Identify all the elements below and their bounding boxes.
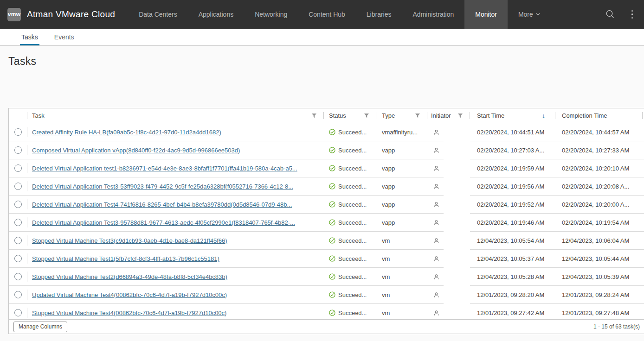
user-icon — [433, 129, 439, 135]
status-cell: Succeed... — [324, 123, 376, 141]
initiator-cell — [427, 141, 444, 159]
status-label: Succeed... — [338, 201, 367, 208]
header-status[interactable]: Status — [324, 108, 376, 123]
status-cell: Succeed... — [324, 304, 376, 319]
task-link[interactable]: Stopped Virtual Machine Test2(d66894a3-4… — [32, 273, 227, 280]
type-cell: vapp — [376, 196, 427, 214]
status-label: Succeed... — [338, 309, 367, 316]
task-cell: Updated Virtual Machine Test4(00862bfc-7… — [27, 286, 324, 304]
row-radio-button[interactable] — [14, 273, 22, 280]
row-select-cell — [9, 214, 27, 232]
start-time-cell: 02/20/2024, 10:27:03 A... — [470, 141, 555, 159]
task-cell: Stopped Virtual Machine Test4(00862bfc-7… — [27, 304, 324, 319]
sub-tab-bar: Tasks Events — [0, 29, 644, 46]
completion-time-cell: 12/04/2023, 10:06:04 AM — [555, 232, 644, 250]
header-initiator[interactable]: Initiator — [427, 108, 470, 123]
status-label: Succeed... — [338, 273, 367, 280]
task-link[interactable]: Stopped Virtual Machine Test3(c9d1cb93-0… — [32, 237, 227, 244]
row-radio-button[interactable] — [14, 219, 22, 226]
status-label: Succeed... — [338, 219, 367, 226]
task-cell: Deleted Virtual Application Test4-741f68… — [27, 196, 324, 214]
table-row: Deleted Virtual Application Test3-53ff90… — [9, 177, 644, 196]
initiator-cell — [427, 304, 444, 319]
user-icon — [433, 256, 439, 262]
sort-desc-icon[interactable]: ↓ — [542, 113, 545, 119]
type-cell: vapp — [376, 159, 427, 177]
start-time-cell: 12/04/2023, 10:05:54 AM — [470, 232, 555, 250]
nav-item-data-centers[interactable]: Data Centers — [128, 0, 187, 29]
header-initiator-label: Initiator — [431, 112, 451, 119]
initiator-cell — [427, 159, 444, 177]
column-spacer — [444, 196, 470, 214]
row-radio-button[interactable] — [14, 309, 22, 316]
completion-time-cell: 02/20/2024, 10:20:08 A... — [555, 177, 644, 196]
tab-tasks[interactable]: Tasks — [20, 29, 39, 45]
column-spacer — [444, 141, 470, 159]
nav-item-label: More — [518, 11, 533, 18]
row-radio-button[interactable] — [14, 255, 22, 262]
task-link[interactable]: Deleted Virtual Application Test3-95788d… — [32, 219, 295, 226]
task-link[interactable]: Deleted Virtual Application Test4-741f68… — [32, 201, 292, 208]
type-cell: vm — [376, 286, 427, 304]
status-success-icon — [329, 219, 335, 226]
header-start-time[interactable]: Start Time ↓ — [470, 108, 555, 123]
row-radio-button[interactable] — [14, 237, 22, 244]
nav-item-label: Data Centers — [139, 11, 177, 18]
type-cell: vapp — [376, 141, 427, 159]
datagrid-footer: Manage Columns 1 - 15 of 63 task(s) — [9, 319, 644, 334]
user-icon — [433, 292, 439, 298]
task-link[interactable]: Stopped Virtual Machine Test4(00862bfc-7… — [32, 309, 226, 316]
nav-item-administration[interactable]: Administration — [402, 0, 465, 29]
header-task-label: Task — [32, 112, 45, 119]
row-select-cell — [9, 141, 27, 159]
header-type[interactable]: Type — [376, 108, 427, 123]
status-success-icon — [329, 201, 335, 208]
row-radio-button[interactable] — [14, 164, 22, 172]
filter-icon-status[interactable] — [364, 114, 369, 118]
filter-icon-task[interactable] — [312, 114, 316, 118]
column-spacer — [444, 250, 470, 268]
type-cell: vm — [376, 268, 427, 286]
task-cell: Created Affinity Rule HA-LB(fa09ab5c-1f8… — [27, 123, 324, 141]
status-cell: Succeed... — [324, 214, 376, 232]
row-radio-button[interactable] — [14, 201, 22, 208]
start-time-cell: 02/20/2024, 10:19:59 AM — [470, 159, 555, 177]
tab-events[interactable]: Events — [53, 29, 76, 45]
column-spacer — [444, 304, 470, 319]
start-time-cell: 02/20/2024, 10:19:46 AM — [470, 214, 555, 232]
top-navigation-bar: vmw Atman VMware Cloud Data CentersAppli… — [0, 0, 644, 29]
task-link[interactable]: Composed Virtual Application vApp(8d840f… — [32, 147, 240, 154]
task-link[interactable]: Created Affinity Rule HA-LB(fa09ab5c-1f8… — [32, 129, 221, 136]
type-cell: vapp — [376, 177, 427, 196]
nav-item-content-hub[interactable]: Content Hub — [298, 0, 356, 29]
task-link[interactable]: Stopped Virtual Machine Test1(5fb7cfcf-8… — [32, 255, 219, 262]
task-link[interactable]: Updated Virtual Machine Test4(00862bfc-7… — [32, 291, 227, 298]
task-link[interactable]: Deleted Virtual Application test1-b82369… — [32, 165, 297, 172]
header-type-label: Type — [382, 112, 395, 119]
column-spacer — [444, 177, 470, 196]
manage-columns-button[interactable]: Manage Columns — [13, 322, 67, 332]
row-radio-button[interactable] — [14, 146, 22, 154]
row-radio-button[interactable] — [14, 291, 22, 298]
filter-icon-initiator[interactable] — [458, 114, 463, 118]
status-cell: Succeed... — [324, 196, 376, 214]
nav-item-monitor[interactable]: Monitor — [464, 0, 508, 29]
datagrid-body: Created Affinity Rule HA-LB(fa09ab5c-1f8… — [9, 123, 644, 319]
task-link[interactable]: Deleted Virtual Application Test3-53ff90… — [32, 183, 293, 190]
table-row: Deleted Virtual Application Test4-741f68… — [9, 196, 644, 214]
status-label: Succeed... — [338, 291, 367, 298]
search-icon[interactable] — [605, 9, 616, 20]
nav-item-more[interactable]: More — [508, 0, 551, 29]
header-completion-time[interactable]: Completion Time — [555, 108, 644, 123]
nav-item-applications[interactable]: Applications — [188, 0, 245, 29]
nav-item-libraries[interactable]: Libraries — [356, 0, 402, 29]
filter-icon-type[interactable] — [415, 114, 420, 118]
row-radio-button[interactable] — [14, 183, 22, 190]
nav-item-networking[interactable]: Networking — [244, 0, 298, 29]
status-cell: Succeed... — [324, 232, 376, 250]
row-radio-button[interactable] — [14, 128, 22, 136]
row-select-cell — [9, 196, 27, 214]
kebab-menu-icon[interactable] — [630, 8, 635, 21]
row-select-cell — [9, 232, 27, 250]
header-task[interactable]: Task — [27, 108, 324, 123]
